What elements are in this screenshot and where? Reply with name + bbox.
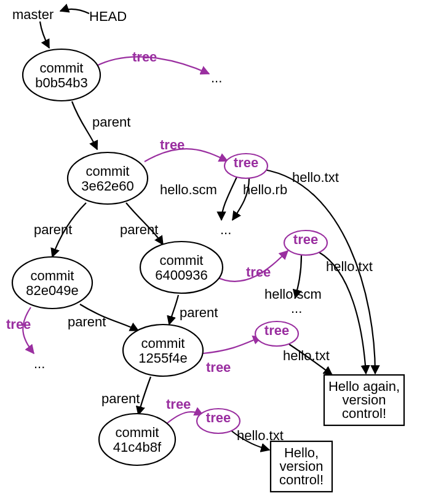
commit-c6-label: commit [116,425,159,440]
ref-master: master [12,7,54,22]
commit-6400936: commit 6400936 [140,242,223,293]
tree-node-41c4b8f-label: tree [206,410,231,425]
tree-label-c2: tree [160,137,185,152]
file-label-helloscm-2: hello.scm [264,286,322,302]
ellipsis-tree2: ... [220,222,231,237]
tree-node-6400936-label: tree [293,232,318,247]
tree-node-1255f4e: tree [255,321,298,346]
parent-label-c2-right: parent [120,222,158,237]
tree-node-3e62e60: tree [224,154,268,178]
tree-label-c3: tree [246,264,271,280]
tree-node-1255f4e-label: tree [264,323,289,338]
blob2-l3: control! [279,472,324,487]
commit-c3-hash: 6400936 [155,267,208,283]
file-label-hellorb: hello.rb [243,182,287,197]
ellipsis-c1: ... [211,70,222,85]
commit-c3-label: commit [160,253,204,268]
tree-node-3e62e60-label: tree [234,155,258,170]
commit-c4-hash: 82e049e [26,283,79,298]
edge-c3-parent [169,295,178,325]
file-label-hellotxt-1: hello.txt [292,170,339,185]
ref-head: HEAD [89,9,127,24]
commit-c4-label: commit [31,268,74,283]
file-label-hellotxt-3: hello.txt [283,348,330,363]
commit-3e62e60: commit 3e62e60 [68,152,148,204]
commit-c5-hash: 1255f4e [138,350,188,366]
tree-label-c6: tree [166,396,191,412]
commit-41c4b8f: commit 41c4b8f [99,414,175,465]
parent-label-c2-left: parent [34,222,72,237]
tree-label-c5: tree [206,360,231,375]
commit-c6-hash: 41c4b8f [113,439,162,455]
tree-label-c1: tree [132,49,157,65]
commit-c1-label: commit [40,60,84,76]
commit-1255f4e: commit 1255f4e [123,325,203,376]
commit-82e049e: commit 82e049e [12,257,92,309]
parent-label-c1: parent [92,114,130,130]
blob1-l3: control! [342,406,386,421]
commit-c1-hash: b0b54b3 [35,75,88,90]
parent-label-c4: parent [68,314,106,329]
commit-c2-hash: 3e62e60 [81,178,134,194]
parent-label-c3: parent [180,305,218,320]
blob-hello-again: Hello again, version control! [324,375,404,425]
edge-c5-tree [203,337,261,353]
file-label-hellotxt-2: hello.txt [326,259,373,274]
commit-c2-label: commit [86,163,130,179]
commit-c5-label: commit [141,336,185,351]
edge-tree2-helloscm [221,177,237,220]
edge-head-to-master [60,9,89,14]
edge-c2-tree [145,149,228,162]
ellipsis-tree3: ... [291,301,302,316]
edge-master-to-c1 [40,22,49,48]
tree-node-41c4b8f: tree [197,409,240,433]
ellipsis-c4: ... [34,356,45,371]
file-label-helloscm-1: hello.scm [160,182,217,197]
parent-label-c5: parent [101,391,140,406]
blob-hello: Hello, version control! [271,441,332,492]
commit-b0b54b3: commit b0b54b3 [23,49,100,101]
tree-node-6400936: tree [284,230,327,255]
tree-label-c4: tree [6,317,31,332]
edge-c5-parent [138,377,151,415]
